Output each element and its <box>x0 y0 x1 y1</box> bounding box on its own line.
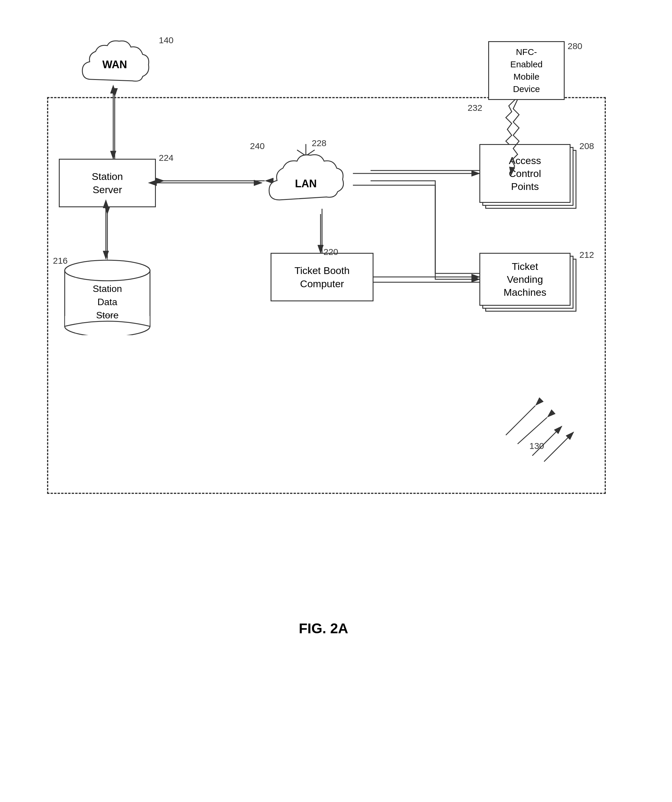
access-control-ref: 208 <box>580 141 594 151</box>
station-server-ref: 224 <box>159 153 173 163</box>
nfc-connection-ref: 232 <box>468 103 482 113</box>
station-datastore: StationDataStore <box>56 259 159 335</box>
figure-caption: FIG. 2A <box>265 620 382 637</box>
nfc-device-ref: 280 <box>568 41 582 51</box>
lan-label: LAN <box>295 178 317 190</box>
station-server-box: StationServer <box>59 159 156 207</box>
wan-ref: 140 <box>159 35 173 45</box>
diagram-container: WAN 140 StationServer 224 StationDataSto… <box>29 18 643 723</box>
access-control-stack: AccessControlPoints <box>479 144 576 209</box>
wan-label: WAN <box>102 58 127 71</box>
ticket-vending-ref: 212 <box>580 250 594 260</box>
ticket-booth-box: Ticket BoothComputer <box>270 253 374 301</box>
nfc-device-box: NFC-EnabledMobileDevice <box>488 41 565 100</box>
ticket-booth-ref: 220 <box>324 247 338 257</box>
station-datastore-ref: 216 <box>53 256 68 266</box>
lan-ref: 240 <box>250 141 265 151</box>
svg-point-13 <box>65 260 150 281</box>
lan-antenna-ref: 228 <box>312 138 326 148</box>
lan-cloud: LAN <box>259 144 353 215</box>
region-ref: 130 <box>530 441 544 451</box>
wan-cloud: WAN <box>73 35 156 94</box>
ticket-vending-stack: TicketVendingMachines <box>479 253 576 312</box>
